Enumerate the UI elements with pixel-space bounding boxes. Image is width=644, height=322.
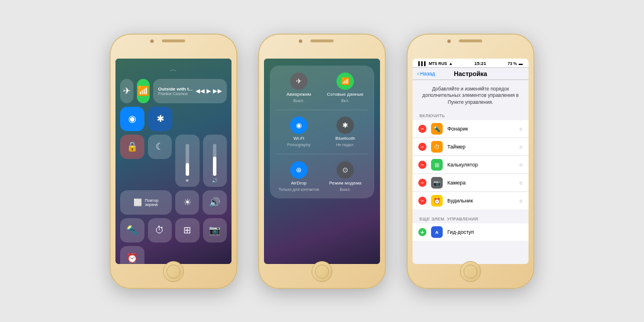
- flashlight-setting-label: Фонарик: [447, 126, 515, 132]
- flashlight-setting-icon: 🔦: [431, 123, 443, 135]
- airdrop-btn[interactable]: ⊕: [290, 161, 307, 179]
- wifi-item[interactable]: ◉ Wi-Fi Pornography: [276, 117, 322, 147]
- airplane-label: Авиарежим: [287, 92, 312, 97]
- airplane-btn[interactable]: ✈: [120, 79, 133, 103]
- list-item: − 🔦 Фонарик ≡: [413, 120, 529, 138]
- bluetooth-sublabel: Не подкл.: [336, 143, 354, 147]
- cellular-sublabel: Вкл.: [341, 99, 349, 103]
- settings-navbar: ‹ Назад Настройка: [413, 68, 529, 80]
- section-more: ЕЩЕ ЭЛЕМ. УПРАВЛЕНИЯ + A Гид-доступ ≡: [413, 214, 529, 241]
- bluetooth-icon: ✱: [157, 113, 164, 124]
- flashlight-btn[interactable]: 🔦: [120, 218, 144, 243]
- calculator-drag-handle[interactable]: ≡: [519, 162, 523, 168]
- airplane-btn-2[interactable]: ✈: [290, 73, 307, 90]
- phone-2: ✈ Авиарежим Выкл. 📶 Сотовые данные Вкл.: [258, 34, 386, 289]
- wifi-btn-2[interactable]: ◉: [290, 117, 307, 134]
- home-button-2[interactable]: [312, 261, 332, 282]
- page-title: Настройка: [454, 70, 487, 77]
- timer-btn[interactable]: ⏱: [148, 218, 172, 243]
- carrier-label: MTS RUS: [429, 61, 447, 66]
- cellular-btn[interactable]: 📶: [137, 79, 150, 103]
- cellular-btn-2[interactable]: 📶: [337, 73, 354, 90]
- screen-mirror-btn[interactable]: ⬜ Повторэкрана: [120, 190, 172, 215]
- guided-access-icon: A: [431, 226, 443, 238]
- bluetooth-item[interactable]: ✱ Bluetooth Не подкл.: [322, 117, 368, 147]
- cc-row-5: 🔦 ⏱ ⊞ 📷: [120, 218, 227, 243]
- play-icon[interactable]: ▶: [207, 88, 211, 94]
- settings-screen: ▌▌▌ MTS RUS ▲ 15:21 73 % ▬ ‹ Назад: [413, 59, 529, 264]
- timer-drag-handle[interactable]: ≡: [519, 144, 523, 150]
- brightness-slider[interactable]: ☀: [175, 135, 200, 187]
- dnd-btn[interactable]: ☾: [148, 135, 172, 159]
- moon-icon: ☾: [155, 141, 164, 152]
- remove-calculator-btn[interactable]: −: [418, 161, 426, 169]
- orientation-btn[interactable]: 🔒: [120, 135, 144, 159]
- remove-camera-btn[interactable]: −: [418, 179, 426, 187]
- back-chevron-icon: ‹: [417, 71, 419, 77]
- bluetooth-btn-2[interactable]: ✱: [337, 117, 354, 134]
- calculator-btn[interactable]: ⊞: [175, 218, 200, 243]
- cellular-icon: 📶: [138, 85, 149, 96]
- cellular-icon-2: 📶: [341, 77, 350, 85]
- alarm-btn[interactable]: ⏰: [120, 246, 144, 264]
- wifi-sublabel: Pornography: [287, 143, 310, 147]
- back-button[interactable]: ‹ Назад: [417, 71, 435, 77]
- battery-label: 73 %: [508, 61, 517, 66]
- bluetooth-btn[interactable]: ✱: [148, 107, 172, 131]
- airplane-sublabel: Выкл.: [294, 99, 305, 103]
- phone-1: ︿ ✈ 📶 Outside with t... Fran: [110, 34, 237, 289]
- flashlight-drag-handle[interactable]: ≡: [519, 126, 523, 132]
- wifi-status-icon: ▲: [448, 61, 453, 66]
- front-camera-1: [150, 39, 154, 43]
- next-icon[interactable]: ▶▶: [213, 88, 222, 94]
- music-controls: ◀◀ ▶ ▶▶: [196, 88, 222, 94]
- volume-slider[interactable]: 🔊: [203, 135, 227, 187]
- camera-icon: 📷: [209, 225, 220, 236]
- control-center-screen: ︿ ✈ 📶 Outside with t... Fran: [115, 59, 231, 264]
- prev-icon[interactable]: ◀◀: [196, 88, 205, 94]
- more-list: + A Гид-доступ ≡: [413, 223, 529, 241]
- calculator-icon: ⊞: [183, 225, 191, 236]
- settings-description: Добавляйте и изменяйте порядок дополните…: [413, 80, 529, 111]
- alarm-drag-handle[interactable]: ≡: [519, 198, 523, 204]
- cc-grid: ✈ 📶 Outside with t... Frankie Cosmos ◀◀: [120, 79, 227, 264]
- hotspot-sublabel: Выкл.: [340, 187, 351, 191]
- home-button-1[interactable]: [163, 261, 184, 282]
- hotspot-item[interactable]: ⊙ Режим модема Выкл.: [322, 161, 368, 191]
- remove-alarm-btn[interactable]: −: [418, 197, 426, 205]
- cc-row-3: 🔒 ☾ ☀: [120, 135, 227, 187]
- list-item: − 📷 Камера ≡: [413, 174, 529, 192]
- airplane-icon: ✈: [123, 85, 131, 96]
- remove-timer-btn[interactable]: −: [418, 143, 426, 151]
- music-text: Outside with t... Frankie Cosmos: [158, 86, 193, 96]
- remove-flashlight-btn[interactable]: −: [418, 125, 426, 133]
- wifi-label: Wi-Fi: [294, 136, 305, 141]
- airplane-item[interactable]: ✈ Авиарежим Выкл.: [276, 73, 322, 103]
- hotspot-btn[interactable]: ⊙: [337, 161, 354, 179]
- battery-icon: ▬: [519, 61, 523, 66]
- screen-mirror-label: Повторэкрана: [145, 198, 158, 207]
- alarm-icon: ⏰: [126, 252, 138, 263]
- airdrop-item[interactable]: ⊕ AirDrop Только для контактов: [276, 161, 322, 191]
- camera-drag-handle[interactable]: ≡: [519, 180, 523, 186]
- wifi-icon: ◉: [128, 113, 136, 124]
- music-card[interactable]: Outside with t... Frankie Cosmos ◀◀ ▶ ▶▶: [153, 79, 227, 103]
- camera-setting-label: Камера: [447, 180, 515, 186]
- home-button-3[interactable]: [460, 261, 481, 282]
- volume-icon: 🔊: [209, 197, 220, 208]
- list-item: − ⏰ Будильник ≡: [413, 192, 529, 209]
- volume-sm-btn[interactable]: 🔊: [202, 190, 227, 215]
- signal-icon: ▌▌▌: [418, 61, 427, 66]
- hotspot-icon: ⊙: [342, 166, 348, 174]
- wifi-btn[interactable]: ◉: [120, 107, 144, 131]
- calculator-setting-label: Калькулятор: [447, 162, 515, 168]
- camera-setting-icon: 📷: [431, 177, 443, 189]
- add-guided-access-btn[interactable]: +: [418, 228, 426, 236]
- cc-row-1: ✈ 📶 Outside with t... Frankie Cosmos ◀◀: [120, 79, 227, 103]
- status-time: 15:21: [474, 61, 486, 66]
- camera-btn[interactable]: 📷: [203, 218, 227, 243]
- brightness-sm-btn[interactable]: ☀: [175, 190, 200, 215]
- cellular-item[interactable]: 📶 Сотовые данные Вкл.: [322, 73, 368, 103]
- cc2-block-top: ✈ Авиарежим Выкл. 📶 Сотовые данные Вкл.: [270, 66, 374, 198]
- timer-icon: ⏱: [155, 225, 164, 236]
